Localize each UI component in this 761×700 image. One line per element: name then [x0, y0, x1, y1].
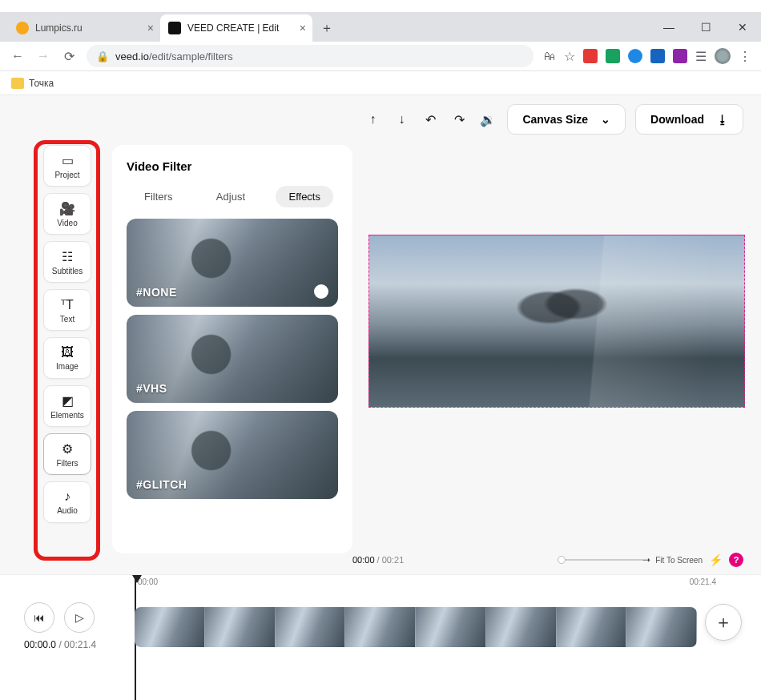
clip-frame — [276, 607, 346, 647]
app-topbar: ↑ ↓ ↶ ↷ 🔉 Canvas Size ⌄ Download ⭳ — [363, 103, 743, 135]
sidebar-label: Project — [54, 171, 79, 179]
timeline-ruler[interactable]: 00:00 00:21.4 — [0, 575, 761, 591]
skip-back-button[interactable]: ⏮ — [24, 602, 54, 633]
extension-icon[interactable] — [606, 49, 620, 63]
elements-icon: ◩ — [62, 393, 74, 408]
effect-none[interactable]: #NONE — [127, 219, 338, 307]
sidebar-item-image[interactable]: 🖼Image — [43, 337, 91, 379]
zoom-slider[interactable]: ➝ — [561, 559, 649, 561]
slider-knob[interactable] — [558, 556, 566, 564]
sidebar-item-video[interactable]: 🎥Video — [43, 193, 91, 235]
extension-icon[interactable] — [583, 49, 598, 63]
tab-title: Lumpics.ru — [35, 22, 83, 34]
image-icon: 🖼 — [61, 345, 74, 360]
new-tab-button[interactable]: ＋ — [316, 17, 338, 39]
bookmark-item[interactable]: Точка — [29, 78, 54, 89]
preview-time-total: 00:21 — [382, 555, 405, 565]
ruler-start: 00:00 — [138, 577, 158, 586]
extension-icon[interactable] — [673, 49, 687, 63]
window-maximize-button[interactable]: ☐ — [687, 15, 724, 39]
subtitles-icon: ☷ — [62, 249, 73, 264]
help-badge[interactable]: ? — [729, 553, 743, 567]
nav-forward-icon[interactable]: → — [35, 49, 51, 63]
canvas-size-label: Canvas Size — [522, 113, 588, 126]
avatar[interactable] — [715, 48, 731, 64]
play-button[interactable]: ▷ — [64, 602, 95, 633]
clip-frame — [486, 607, 557, 647]
menu-icon[interactable]: ⋮ — [739, 49, 751, 64]
browser-tab-1[interactable]: VEED CREATE | Edit × — [160, 14, 312, 42]
sidebar-item-filters[interactable]: ⚙Filters — [43, 433, 91, 475]
upload-icon[interactable]: ↑ — [363, 110, 382, 129]
sidebar-item-text[interactable]: ᵀTText — [43, 289, 91, 331]
effect-vhs[interactable]: #VHS — [127, 315, 338, 403]
extensions: 🗛 ☆ ☰ ⋮ — [543, 48, 751, 64]
window-minimize-button[interactable]: ― — [650, 15, 687, 39]
add-media-button[interactable]: ＋ — [705, 604, 742, 641]
clip-strip[interactable] — [135, 607, 697, 647]
audio-icon: ♪ — [64, 489, 70, 504]
url-input[interactable]: 🔒 veed.io/edit/sample/filters — [87, 45, 534, 67]
undo-icon[interactable]: ↶ — [421, 110, 440, 129]
effect-label: #NONE — [136, 286, 177, 299]
chevron-down-icon: ⌄ — [601, 113, 610, 126]
fit-to-screen-label[interactable]: Fit To Screen — [655, 556, 703, 565]
browser-tabstrip: Lumpics.ru × VEED CREATE | Edit × ＋ ― ☐ … — [0, 12, 761, 42]
sidebar-label: Text — [60, 315, 74, 324]
sidebar-label: Video — [57, 219, 77, 227]
preview-time-current: 00:00 — [352, 555, 375, 565]
bookmarks-bar: Точка — [0, 71, 761, 95]
translate-icon[interactable]: 🗛 — [543, 49, 556, 63]
nav-back-icon[interactable]: ← — [10, 49, 26, 63]
time-total: 00:21.4 — [64, 639, 96, 650]
clip-frame — [416, 607, 486, 647]
sidebar-label: Elements — [50, 411, 84, 420]
download-label: Download — [650, 113, 704, 126]
canvas-size-button[interactable]: Canvas Size ⌄ — [507, 104, 626, 135]
window-close-button[interactable]: ✕ — [724, 15, 761, 39]
effect-glitch[interactable]: #GLITCH — [127, 411, 338, 499]
selected-dot-icon — [314, 284, 328, 299]
clip-frame — [345, 607, 416, 647]
tool-sidebar: ▭Project 🎥Video ☷Subtitles ᵀTText 🖼Image… — [43, 145, 91, 523]
filters-panel: Video Filter Filters Adjust Effects #NON… — [112, 145, 352, 553]
panel-title: Video Filter — [127, 159, 338, 173]
clip-frame — [557, 607, 627, 647]
tab-adjust[interactable]: Adjust — [203, 186, 258, 207]
favicon-icon — [16, 22, 29, 34]
folder-icon — [11, 78, 24, 89]
lock-icon: 🔒 — [96, 50, 109, 62]
clip-frame — [626, 607, 697, 647]
download-icon-small[interactable]: ↓ — [392, 110, 411, 129]
timeline: 00:00 00:21.4 ⏮ ▷ 00:00.0 / 00:21.4 ＋ — [0, 574, 761, 700]
sidebar-item-project[interactable]: ▭Project — [43, 145, 91, 187]
url-path: /edit/sample/filters — [149, 50, 233, 62]
sidebar-item-audio[interactable]: ♪Audio — [43, 481, 91, 523]
reading-list-icon[interactable]: ☰ — [695, 49, 707, 64]
video-preview[interactable] — [368, 235, 745, 408]
tab-effects[interactable]: Effects — [276, 186, 333, 207]
extension-icon[interactable] — [628, 49, 642, 63]
nav-reload-icon[interactable]: ⟳ — [61, 49, 77, 64]
close-icon[interactable]: × — [300, 22, 306, 34]
project-icon: ▭ — [62, 153, 74, 168]
volume-icon[interactable]: 🔉 — [478, 110, 497, 129]
extension-icon[interactable] — [650, 49, 665, 63]
sidebar-item-subtitles[interactable]: ☷Subtitles — [43, 241, 91, 283]
tab-filters[interactable]: Filters — [131, 186, 185, 207]
star-icon[interactable]: ☆ — [564, 49, 575, 64]
effect-label: #GLITCH — [136, 478, 187, 491]
redo-icon[interactable]: ↷ — [449, 110, 469, 129]
browser-tab-0[interactable]: Lumpics.ru × — [8, 14, 160, 42]
bolt-icon[interactable]: ⚡ — [709, 553, 723, 566]
filters-icon: ⚙ — [62, 441, 73, 457]
sidebar-label: Subtitles — [52, 267, 83, 276]
video-icon: 🎥 — [59, 201, 75, 216]
ruler-end: 00:21.4 — [690, 577, 716, 586]
download-arrow-icon: ⭳ — [717, 113, 728, 126]
close-icon[interactable]: × — [147, 22, 154, 34]
arrow-right-icon: ➝ — [642, 554, 650, 565]
download-button[interactable]: Download ⭳ — [635, 104, 743, 135]
sidebar-item-elements[interactable]: ◩Elements — [43, 385, 91, 427]
url-host: veed.io — [115, 50, 149, 62]
